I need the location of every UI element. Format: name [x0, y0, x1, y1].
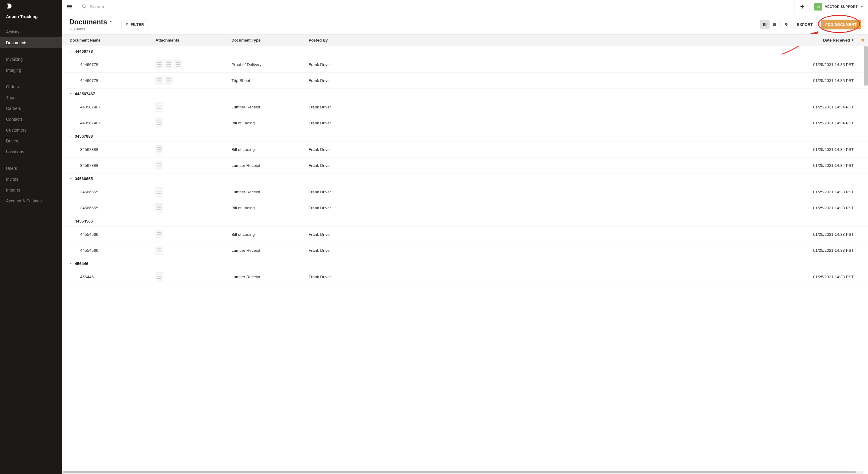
chevron-down-icon: [69, 92, 72, 95]
attachment-thumbnail[interactable]: [156, 246, 163, 255]
cell-date: 01/25/2021 14:34 PST: [385, 101, 858, 113]
add-document-button[interactable]: ADD DOCUMENT: [821, 20, 861, 30]
attachment-thumbnail[interactable]: [156, 103, 163, 112]
export-button[interactable]: EXPORT: [793, 20, 816, 29]
sidebar-item-trips[interactable]: Trips: [0, 92, 62, 103]
group-id: 44554566: [75, 219, 93, 224]
menu-button[interactable]: [62, 0, 77, 13]
cell-attachments: [156, 184, 231, 200]
cell-name: 34566655: [62, 187, 156, 198]
cell-name: 443567467: [62, 101, 156, 113]
view-columns-button[interactable]: [760, 20, 770, 29]
chevron-down-icon: [69, 177, 72, 180]
cell-date: 01/25/2021 14:33 PST: [385, 187, 858, 198]
table-row[interactable]: 443567467Bill of LadingFrank Driver01/25…: [62, 115, 868, 131]
table-row[interactable]: 443567467Lumper ReceiptFrank Driver01/25…: [62, 99, 868, 115]
attachment-thumbnail[interactable]: [165, 60, 173, 69]
group-row[interactable]: 456446: [62, 259, 868, 269]
filter-button[interactable]: FILTER: [121, 20, 148, 29]
cell-name: 44554566: [62, 229, 156, 240]
sidebar-item-invites[interactable]: Invites: [0, 174, 62, 184]
view-list-button[interactable]: [770, 20, 779, 29]
sidebar-item-carriers[interactable]: Carriers: [0, 103, 62, 114]
col-header-date[interactable]: Date Received: [385, 35, 858, 46]
cell-name: 44466778: [62, 75, 156, 86]
cell-posted: Frank Driver: [309, 271, 385, 283]
cell-attachments: [156, 158, 231, 173]
group-row[interactable]: 34567888: [62, 131, 868, 142]
attachment-thumbnail[interactable]: [156, 76, 163, 85]
table-settings-button[interactable]: [858, 35, 868, 46]
table-row[interactable]: 34567888Lumper ReceiptFrank Driver01/25/…: [62, 158, 868, 173]
cell-type: Lumper Receipt: [231, 187, 309, 198]
svg-rect-6: [801, 6, 804, 7]
table-row[interactable]: 44554566Bill of LadingFrank Driver01/25/…: [62, 227, 868, 243]
sidebar-item-locations[interactable]: Locations: [0, 146, 62, 157]
pin-icon: [784, 23, 788, 27]
map-button[interactable]: [781, 20, 791, 29]
table-row[interactable]: 34566655Lumper ReceiptFrank Driver01/25/…: [62, 184, 868, 200]
sidebar-item-users[interactable]: Users: [0, 163, 62, 174]
attachment-thumbnail[interactable]: [156, 273, 163, 281]
table-row[interactable]: 44466778Proof of DeliveryFrank Driver01/…: [62, 57, 868, 73]
user-menu[interactable]: VS VECTOR SUPPORT: [810, 0, 868, 13]
add-button[interactable]: [795, 0, 810, 13]
sidebar-item-documents[interactable]: Documents: [0, 37, 62, 48]
cell-date: 01/25/2021 14:33 PST: [385, 229, 858, 240]
attachment-thumbnail[interactable]: [156, 161, 163, 170]
col-header-posted[interactable]: Posted By: [309, 35, 385, 46]
chevron-down-icon: [69, 262, 72, 265]
table-row[interactable]: 456446Lumper ReceiptFrank Driver01/25/20…: [62, 269, 868, 285]
cell-attachments: [156, 142, 231, 158]
attachment-thumbnail[interactable]: [156, 60, 163, 69]
table-row[interactable]: 44466778Trip SheetFrank Driver01/25/2021…: [62, 73, 868, 89]
group-row[interactable]: 443567467: [62, 89, 868, 99]
vertical-scrollbar[interactable]: [864, 46, 868, 86]
sidebar-item-customers[interactable]: Customers: [0, 125, 62, 136]
sidebar-item-drivers[interactable]: Drivers: [0, 136, 62, 146]
gear-icon: [861, 38, 865, 42]
group-row[interactable]: 44466778: [62, 46, 868, 57]
attachment-thumbnail[interactable]: [156, 118, 163, 127]
main: VS VECTOR SUPPORT Documents 231 items FI…: [62, 0, 868, 474]
horizontal-scrollbar[interactable]: [62, 471, 864, 474]
svg-rect-8: [764, 23, 765, 26]
sidebar-item-account-settings[interactable]: Account & Settings: [0, 196, 62, 206]
hamburger-icon: [67, 4, 72, 9]
group-id: 44466778: [75, 49, 93, 54]
col-header-type[interactable]: Document Type: [231, 35, 309, 46]
group-row[interactable]: 44554566: [62, 216, 868, 227]
col-header-attachments[interactable]: Attachments: [156, 35, 231, 46]
table-row[interactable]: 34567888Bill of LadingFrank Driver01/25/…: [62, 142, 868, 158]
group-row[interactable]: 34566655: [62, 173, 868, 184]
table-row[interactable]: 44554566Lumper ReceiptFrank Driver01/25/…: [62, 242, 868, 259]
attachment-thumbnail[interactable]: [174, 60, 182, 69]
sidebar-item-imports[interactable]: Imports: [0, 184, 62, 196]
svg-rect-2: [67, 7, 72, 8]
plus-icon: [800, 4, 804, 9]
cell-type: Lumper Receipt: [231, 244, 309, 256]
cell-posted: Frank Driver: [309, 59, 385, 70]
sidebar-item-imaging[interactable]: Imaging: [0, 65, 62, 76]
cell-date: 01/25/2021 14:33 PST: [385, 271, 858, 283]
sidebar-item-orders[interactable]: Orders: [0, 81, 62, 92]
svg-line-4: [85, 7, 86, 8]
attachment-thumbnail[interactable]: [156, 188, 163, 197]
svg-rect-1: [67, 6, 72, 7]
attachment-thumbnail[interactable]: [156, 145, 163, 154]
sidebar-item-activity[interactable]: Activity: [0, 27, 62, 37]
cell-date: 01/25/2021 14:34 PST: [385, 160, 858, 171]
cell-type: Bill of Lading: [231, 144, 309, 156]
table-row[interactable]: 34566655Bill of LadingFrank Driver01/25/…: [62, 200, 868, 216]
sidebar-item-invoicing[interactable]: Invoicing: [0, 54, 62, 65]
attachment-thumbnail[interactable]: [165, 76, 173, 85]
cell-posted: Frank Driver: [309, 101, 385, 113]
cell-posted: Frank Driver: [309, 187, 385, 198]
search-input[interactable]: [90, 4, 790, 9]
page-title[interactable]: Documents: [69, 18, 113, 26]
sidebar-item-contacts[interactable]: Contacts: [0, 114, 62, 125]
col-header-name[interactable]: Document Name: [62, 35, 156, 46]
attachment-thumbnail[interactable]: [156, 203, 163, 212]
sidebar: Aspen Trucking ActivityDocumentsInvoicin…: [0, 0, 62, 474]
attachment-thumbnail[interactable]: [156, 230, 163, 239]
